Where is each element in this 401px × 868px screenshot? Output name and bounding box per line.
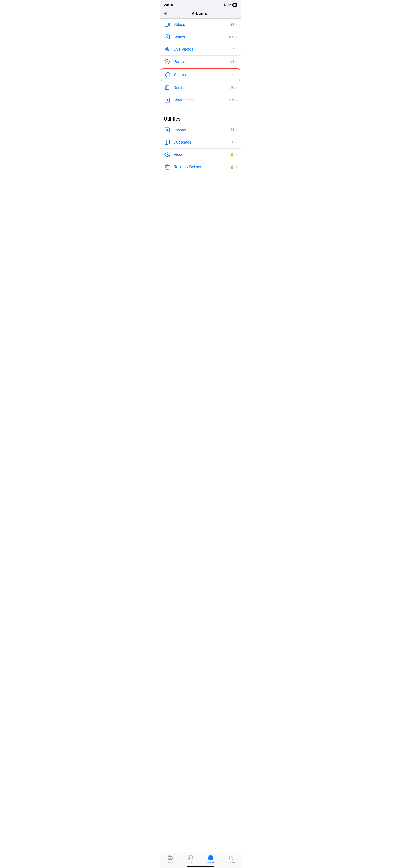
item-label: Screenshots <box>174 98 228 102</box>
chevron-icon: › <box>236 98 237 102</box>
item-label: Duplicates <box>174 140 232 145</box>
item-count: 57 <box>230 47 234 52</box>
item-label: Portrait <box>174 60 230 64</box>
svg-rect-38 <box>209 856 212 856</box>
status-time: 20:15 <box>164 3 173 7</box>
recently-deleted-icon <box>164 163 171 170</box>
nav-title: Albums <box>192 11 207 16</box>
videos-icon <box>164 21 171 28</box>
for-you-tab-icon <box>188 855 193 861</box>
tab-albums[interactable]: Albums <box>201 855 221 864</box>
lock-icon: 🔒 <box>230 165 234 169</box>
airplane-icon <box>222 3 226 7</box>
status-icons: 80 <box>222 3 237 7</box>
home-indicator <box>186 866 215 867</box>
wifi-icon <box>227 3 231 7</box>
utilities-section-header: Utilities <box>160 111 241 124</box>
library-tab-icon <box>167 855 173 861</box>
live-photos-icon <box>164 46 171 53</box>
slo-mo-list-item[interactable]: Slo-mo 1 › <box>161 68 240 81</box>
nav-bar: + Albums <box>160 9 241 19</box>
item-right: 🔒 › <box>230 153 237 157</box>
list-item[interactable]: Videos 29 › <box>160 19 241 31</box>
hidden-icon <box>164 151 171 158</box>
portrait-icon: f <box>164 58 171 65</box>
svg-point-30 <box>168 858 169 858</box>
list-item[interactable]: Selfies 109 › <box>160 31 241 43</box>
svg-line-40 <box>232 859 233 860</box>
svg-rect-18 <box>166 86 169 89</box>
imports-icon <box>164 127 171 133</box>
albums-tab-icon <box>208 855 213 861</box>
chevron-icon: › <box>236 165 237 169</box>
svg-rect-19 <box>165 98 169 102</box>
item-label: Imports <box>174 128 230 132</box>
item-right: 57 › <box>230 47 237 52</box>
add-album-button[interactable]: + <box>164 10 167 16</box>
item-right: 🔒 › <box>230 165 237 169</box>
item-label: Recently Deleted <box>174 165 230 169</box>
item-label: Videos <box>174 23 230 27</box>
item-count: 6 <box>232 140 234 144</box>
lock-icon: 🔒 <box>230 153 234 157</box>
item-count: 109 <box>228 35 234 39</box>
item-label: Bursts <box>174 86 230 90</box>
svg-rect-0 <box>165 23 168 26</box>
battery-icon: 80 <box>233 3 237 7</box>
chevron-icon: › <box>236 128 237 132</box>
list-item[interactable]: Duplicates 6 › <box>160 136 241 149</box>
search-tab-icon <box>228 855 234 861</box>
item-right: 109 › <box>228 35 237 39</box>
svg-line-13 <box>169 76 169 76</box>
chevron-icon: › <box>236 35 237 39</box>
item-right: 29 › <box>230 23 237 27</box>
svg-rect-29 <box>168 857 172 860</box>
chevron-icon: › <box>236 60 237 63</box>
item-label: Hidden <box>174 153 230 157</box>
tab-search[interactable]: Search <box>221 855 241 864</box>
item-count: 44 <box>230 128 234 132</box>
duplicates-icon <box>164 139 171 146</box>
tab-for-you-label: For You <box>186 861 194 864</box>
item-label: Slo-mo <box>174 73 232 77</box>
list-item[interactable]: Live Photos 57 › <box>160 43 241 56</box>
svg-rect-35 <box>209 857 213 860</box>
chevron-icon: › <box>236 23 237 27</box>
item-label: Live Photos <box>174 47 230 52</box>
chevron-icon: › <box>236 153 237 156</box>
svg-point-20 <box>167 99 168 101</box>
list-item[interactable]: Recently Deleted 🔒 › <box>160 161 241 173</box>
svg-rect-26 <box>166 140 169 144</box>
item-count: 29 <box>230 23 234 27</box>
svg-text:f: f <box>167 60 168 63</box>
tab-for-you[interactable]: For You <box>180 855 201 864</box>
utilities-section: Imports 44 › Duplicates 6 › <box>160 124 241 173</box>
slomo-icon <box>164 71 171 78</box>
tab-library[interactable]: Library <box>160 855 180 864</box>
media-types-section: Videos 29 › Selfies 109 › <box>160 19 241 106</box>
item-count: 796 <box>228 98 234 102</box>
item-right: 68 › <box>230 60 237 64</box>
list-item[interactable]: Screenshots 796 › <box>160 94 241 106</box>
chevron-icon: › <box>236 73 237 77</box>
chevron-icon: › <box>236 86 237 90</box>
chevron-icon: › <box>236 141 237 144</box>
item-right: 44 › <box>230 128 237 132</box>
item-count: 20 <box>230 86 234 90</box>
status-bar: 20:15 80 <box>160 0 241 9</box>
svg-point-2 <box>166 36 168 37</box>
list-item[interactable]: Imports 44 › <box>160 124 241 136</box>
item-right: 6 › <box>232 140 237 144</box>
list-item[interactable]: Hidden 🔒 › <box>160 149 241 161</box>
list-item[interactable]: f Portrait 68 › <box>160 56 241 68</box>
item-count: 68 <box>230 60 234 64</box>
tab-search-label: Search <box>227 861 235 864</box>
item-count: 1 <box>232 73 234 77</box>
selfies-icon <box>164 34 171 40</box>
content-area: Videos 29 › Selfies 109 › <box>160 19 241 194</box>
item-right: 1 › <box>232 73 237 77</box>
item-right: 796 › <box>228 98 237 102</box>
svg-line-12 <box>166 73 167 74</box>
chevron-icon: › <box>236 48 237 51</box>
list-item[interactable]: Bursts 20 › <box>160 82 241 94</box>
